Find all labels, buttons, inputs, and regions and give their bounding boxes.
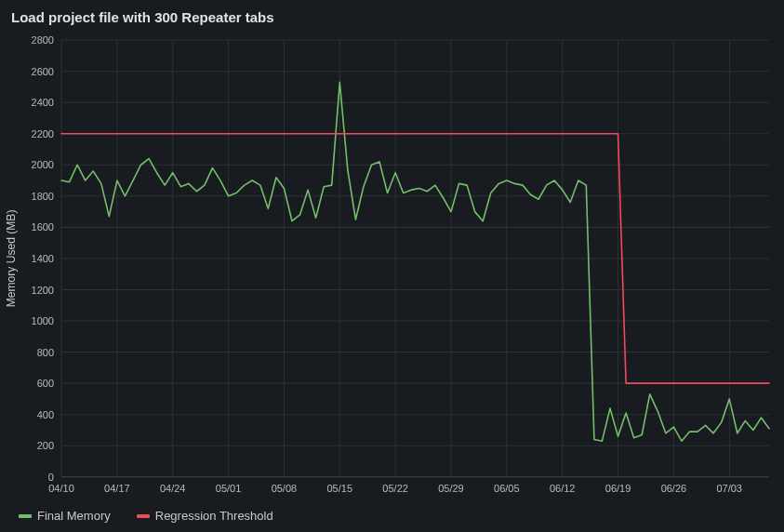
svg-text:06/19: 06/19 [605,483,631,494]
svg-text:06/05: 06/05 [494,483,520,494]
svg-text:2400: 2400 [32,97,54,108]
svg-text:400: 400 [37,409,54,420]
svg-text:05/29: 05/29 [438,483,464,494]
legend-item-regression-threshold[interactable]: Regression Threshold [137,509,273,523]
svg-text:05/22: 05/22 [382,483,408,494]
svg-text:04/10: 04/10 [48,483,74,494]
line-chart[interactable]: 0200400600800100012001400160018002000220… [0,31,784,503]
svg-text:2600: 2600 [32,66,54,77]
svg-text:04/17: 04/17 [104,483,130,494]
svg-text:05/15: 05/15 [327,483,353,494]
chart-title: Load project file with 300 Repeater tabs [0,0,784,31]
svg-text:2000: 2000 [32,159,54,170]
svg-text:Memory Used (MB): Memory Used (MB) [5,210,18,308]
svg-text:600: 600 [37,378,54,389]
svg-text:200: 200 [37,440,54,451]
svg-text:2200: 2200 [32,128,54,140]
svg-text:05/08: 05/08 [272,483,298,494]
chart-panel: Load project file with 300 Repeater tabs… [0,0,784,532]
svg-text:04/24: 04/24 [160,483,186,494]
svg-text:1400: 1400 [32,253,54,264]
legend: Final Memory Regression Threshold [0,503,784,532]
svg-text:07/03: 07/03 [716,483,742,494]
legend-label: Regression Threshold [155,509,273,523]
chart-area[interactable]: 0200400600800100012001400160018002000220… [0,31,784,503]
svg-text:06/12: 06/12 [550,483,576,494]
legend-swatch [137,514,150,518]
svg-text:1000: 1000 [32,315,54,326]
svg-text:1200: 1200 [32,284,54,295]
svg-text:800: 800 [37,347,54,358]
svg-text:2800: 2800 [32,34,54,46]
legend-swatch [19,514,32,518]
svg-text:05/01: 05/01 [216,483,242,494]
svg-text:06/26: 06/26 [661,483,687,494]
legend-item-final-memory[interactable]: Final Memory [19,509,111,523]
svg-text:1600: 1600 [32,221,54,233]
legend-label: Final Memory [37,509,111,523]
svg-text:1800: 1800 [32,191,54,202]
svg-text:0: 0 [48,472,54,483]
